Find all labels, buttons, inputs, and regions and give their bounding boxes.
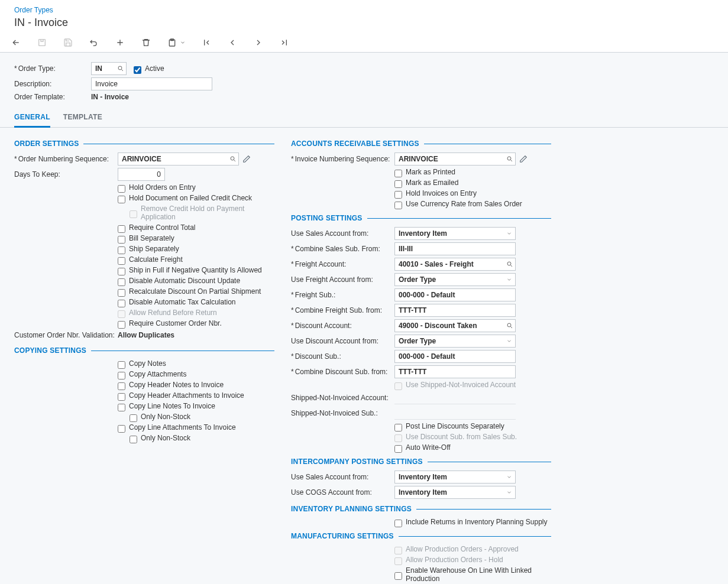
section-ar-settings: ACCOUNTS RECEIVABLE SETTINGS [291,139,551,148]
copy-line-notes-checkbox[interactable] [118,404,125,411]
hold-doc-checkbox[interactable] [118,196,125,203]
require-cust-ord-checkbox[interactable] [118,321,125,329]
order-num-seq-label: *Order Numbering Sequence: [14,155,118,163]
allow-refund-label: Allow Refund Before Return [129,309,217,317]
recalc-disc-checkbox[interactable] [118,289,125,297]
clipboard-icon[interactable] [167,37,177,48]
enable-whse-checkbox[interactable] [394,572,402,580]
undo-icon[interactable] [89,37,99,48]
active-checkbox-wrap[interactable]: Active [134,64,164,73]
first-icon[interactable] [201,37,212,48]
ship-full-neg-checkbox[interactable] [118,268,125,275]
ship-not-inv-sub-label: Shipped-Not-Invoiced Sub.: [291,409,394,417]
combine-disc-sub-label: *Combine Discount Sub. from: [291,368,394,376]
description-label: Description: [14,80,91,88]
only-nonstock2-checkbox[interactable] [130,436,137,443]
use-disc-acct-select[interactable] [394,335,516,348]
bill-sep-label: Bill Separately [129,234,174,242]
disc-sub-input[interactable] [394,350,516,363]
section-order-settings: ORDER SETTINGS [14,139,274,148]
tab-template[interactable]: TEMPLATE [63,109,102,127]
ic-use-cogs-acct-select[interactable] [394,486,516,499]
breadcrumb-link[interactable]: Order Types [14,6,53,14]
active-checkbox[interactable] [134,66,141,74]
page-title: IN - Invoice [0,15,728,34]
bill-sep-checkbox[interactable] [118,236,125,244]
mark-emailed-label: Mark as Emailed [406,179,458,187]
require-ctrl-checkbox[interactable] [118,225,125,233]
combine-disc-sub-input[interactable] [394,365,516,378]
back-icon[interactable] [11,37,21,48]
post-line-disc-checkbox[interactable] [394,424,402,431]
hold-invoices-checkbox[interactable] [394,191,402,199]
section-manufacturing: MANUFACTURING SETTINGS [291,532,551,540]
clipboard-dropdown-icon[interactable] [180,37,186,48]
tab-general[interactable]: GENERAL [14,109,50,128]
include-returns-checkbox[interactable] [394,520,402,527]
calc-freight-label: Calculate Freight [129,255,183,264]
ship-sep-label: Ship Separately [129,245,179,253]
copy-notes-checkbox[interactable] [118,361,125,369]
copy-hdr-attach-label: Copy Header Attachments to Invoice [129,391,244,400]
breadcrumb: Order Types [0,6,728,15]
only-nonstock1-checkbox[interactable] [130,414,137,422]
require-cust-ord-label: Require Customer Order Nbr. [129,319,222,327]
combine-freight-sub-input[interactable] [394,304,516,317]
copy-hdr-notes-label: Copy Header Notes to Invoice [129,381,224,389]
delete-icon[interactable] [141,37,151,48]
use-curr-rate-checkbox[interactable] [394,202,402,209]
use-freight-acct-label: Use Freight Account from: [291,275,394,284]
prev-icon[interactable] [227,37,238,48]
order-template-value: IN - Invoice [91,93,129,101]
only-nonstock1-label: Only Non-Stock [141,413,190,421]
use-sales-acct-label: Use Sales Account from: [291,229,394,238]
inv-num-seq-input[interactable] [394,153,516,166]
disable-auto-tax-checkbox[interactable] [118,300,125,307]
ic-use-sales-acct-select[interactable] [394,471,516,484]
copy-attach-checkbox[interactable] [118,372,125,379]
recalc-disc-label: Recalculate Discount On Partial Shipment [129,287,261,296]
disc-acct-label: *Discount Account: [291,322,394,330]
days-to-keep-label: Days To Keep: [14,170,118,179]
order-type-label: *Order Type: [14,64,91,73]
combine-sales-sub-input[interactable] [394,242,516,255]
copy-notes-label: Copy Notes [129,359,166,368]
svg-rect-0 [39,40,46,46]
copy-hdr-attach-checkbox[interactable] [118,393,125,401]
copy-hdr-notes-checkbox[interactable] [118,382,125,390]
pencil-icon[interactable] [242,155,251,163]
mark-printed-checkbox[interactable] [394,170,402,177]
disc-acct-input[interactable] [394,319,516,332]
post-line-disc-label: Post Line Discounts Separately [406,422,504,430]
auto-writeoff-label: Auto Write-Off [406,443,451,452]
copy-line-attach-label: Copy Line Attachments To Invoice [129,423,236,431]
save-close-icon [37,37,47,48]
combine-freight-sub-label: *Combine Freight Sub. from: [291,306,394,314]
ship-sep-checkbox[interactable] [118,246,125,254]
allow-prod-approved-checkbox [394,547,402,554]
hold-orders-checkbox[interactable] [118,185,125,193]
mark-emailed-checkbox[interactable] [394,180,402,188]
add-icon[interactable] [115,37,125,48]
order-num-seq-input[interactable] [118,153,239,166]
disable-auto-disc-checkbox[interactable] [118,278,125,286]
freight-sub-input[interactable] [394,288,516,301]
ship-not-inv-acct-input [394,391,516,404]
days-to-keep-input[interactable] [118,168,165,181]
freight-acct-label: *Freight Account: [291,260,394,268]
last-icon[interactable] [279,37,290,48]
ship-not-inv-acct-label: Shipped-Not-Invoiced Account: [291,394,394,402]
auto-writeoff-checkbox[interactable] [394,445,402,453]
allow-prod-hold-label: Allow Production Orders - Hold [406,556,503,564]
use-sales-acct-select[interactable] [394,227,516,240]
use-freight-acct-select[interactable] [394,273,516,286]
freight-acct-input[interactable] [394,258,516,271]
use-disc-acct-label: Use Discount Account from: [291,337,394,345]
calc-freight-checkbox[interactable] [118,257,125,265]
copy-line-attach-checkbox[interactable] [118,425,125,433]
section-inv-planning: INVENTORY PLANNING SETTINGS [291,505,551,513]
next-icon[interactable] [253,37,264,48]
order-type-input[interactable] [91,62,127,75]
description-input[interactable] [91,77,212,90]
pencil-icon[interactable] [519,155,528,163]
